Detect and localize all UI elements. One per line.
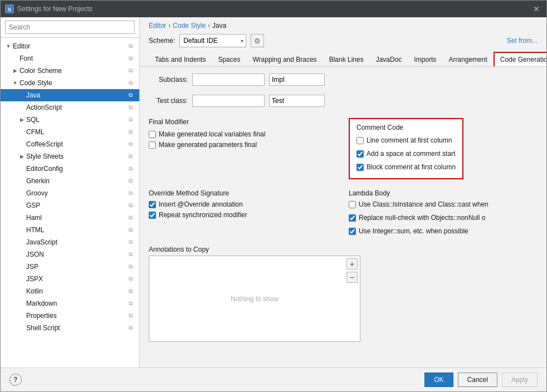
sidebar-tree: ▼ Editor ⧉ ▶ Font ⧉ ▶ Color Scheme ⧉ [1, 38, 139, 367]
checkbox-null-check-label: Replace null-check with Objects::nonNull… [359, 214, 485, 222]
tab-code-generation[interactable]: Code Generation [494, 52, 546, 67]
scheme-select-wrap: Default IDE [179, 34, 246, 47]
sidebar-item-label: Kotlin [26, 287, 126, 295]
annotations-add-button[interactable]: + [346, 258, 358, 270]
checkbox-space-comment-label: Add a space at comment start [367, 150, 455, 158]
sidebar-item-kotlin[interactable]: ▶ Kotlin ⧉ [1, 285, 139, 297]
app-icon: S [5, 4, 14, 13]
subclass-input[interactable] [192, 74, 265, 86]
sidebar-item-code-style[interactable]: ▼ Code Style ⧉ [1, 77, 139, 89]
tab-javadoc[interactable]: JavaDoc [370, 52, 408, 66]
sidebar-item-javascript[interactable]: ▶ JavaScript ⧉ [1, 236, 139, 248]
sidebar-item-label: CoffeeScript [26, 140, 126, 148]
sidebar-item-groovy[interactable]: ▶ Groovy ⧉ [1, 187, 139, 199]
scheme-select[interactable]: Default IDE [179, 34, 246, 47]
tab-wrapping[interactable]: Wrapping and Braces [246, 52, 323, 66]
sidebar-item-jspx[interactable]: ▶ JSPX ⧉ [1, 273, 139, 285]
copy-icon-kotlin: ⧉ [126, 287, 135, 296]
checkbox-params-input[interactable] [149, 141, 156, 149]
sidebar-item-markdown[interactable]: ▶ Markdown ⧉ [1, 297, 139, 310]
checkbox-synchronized-input[interactable] [149, 212, 156, 219]
subclass-suffix-input[interactable] [269, 74, 325, 86]
checkbox-integer-sum-input[interactable] [349, 228, 356, 235]
breadcrumb-code-style[interactable]: Code Style [173, 22, 206, 30]
copy-icon-html: ⧉ [126, 226, 135, 234]
sidebar-item-label: Markdown [26, 300, 126, 307]
sidebar-item-font[interactable]: ▶ Font ⧉ [1, 52, 139, 65]
sidebar-item-coffeescript[interactable]: ▶ CoffeeScript ⧉ [1, 138, 139, 150]
sidebar-item-editor[interactable]: ▼ Editor ⧉ [1, 40, 139, 52]
final-modifier-section: Final Modifier Make generated local vari… [149, 118, 338, 179]
checkbox-override-input[interactable] [149, 201, 156, 208]
sidebar-item-shell-script[interactable]: ▶ Shell Script ⧉ [1, 322, 139, 334]
sidebar-item-gsp[interactable]: ▶ GSP ⧉ [1, 199, 139, 212]
checkbox-null-check-input[interactable] [349, 214, 356, 222]
sidebar-item-properties[interactable]: ▶ Properties ⧉ [1, 310, 139, 322]
checkbox-line-comment-label: Line comment at first column [367, 136, 452, 144]
sidebar-item-json[interactable]: ▶ JSON ⧉ [1, 248, 139, 261]
comment-code-title: Comment Code [356, 124, 456, 131]
help-button[interactable]: ? [9, 374, 22, 386]
test-class-label: Test class: [149, 97, 188, 105]
checkbox-params-label: Make generated parameters final [159, 141, 257, 149]
subclass-row: Subclass: [149, 74, 325, 86]
copy-icon-shell-script: ⧉ [126, 324, 135, 332]
ok-button[interactable]: OK [424, 373, 453, 387]
sidebar-item-gherkin[interactable]: ▶ Gherkin ⧉ [1, 175, 139, 187]
checkbox-isinstance-input[interactable] [349, 201, 356, 208]
test-class-input[interactable] [192, 95, 265, 107]
checkbox-integer-sum-label: Use Integer::sum, etc. when possible [359, 227, 468, 235]
sidebar-item-label: Code Style [19, 79, 126, 87]
sidebar: ▼ Editor ⧉ ▶ Font ⧉ ▶ Color Scheme ⧉ [1, 17, 140, 367]
sidebar-item-jsp[interactable]: ▶ JSP ⧉ [1, 261, 139, 273]
final-modifier-options: Make generated local variables final Mak… [149, 130, 338, 149]
test-class-suffix-input[interactable] [269, 95, 325, 107]
footer-left: ? [9, 374, 22, 386]
sidebar-item-actionscript[interactable]: ▶ ActionScript ⧉ [1, 101, 139, 114]
scheme-gear-button[interactable]: ⚙ [251, 34, 264, 47]
lambda-options: Use Class::isInstance and Class::cast wh… [349, 200, 538, 238]
tab-arrangement[interactable]: Arrangement [442, 52, 493, 66]
sidebar-item-label: SQL [26, 116, 126, 124]
set-from-link[interactable]: Set from... [507, 37, 538, 45]
checkbox-override-label: Insert @Override annotation [159, 200, 243, 208]
checkbox-line-comment-input[interactable] [356, 137, 364, 144]
dialog-footer: ? OK Cancel Apply [1, 367, 546, 391]
expand-arrow-style-sheets: ▶ [18, 153, 25, 160]
svg-text:S: S [8, 7, 11, 12]
checkbox-synchronized: Repeat synchronized modifier [149, 211, 338, 219]
close-button[interactable]: ✕ [531, 3, 542, 14]
sidebar-item-label: Groovy [26, 189, 126, 197]
copy-icon-properties: ⧉ [126, 311, 135, 320]
checkbox-local-vars-input[interactable] [149, 131, 156, 138]
checkbox-block-comment-input[interactable] [356, 164, 364, 171]
sidebar-item-style-sheets[interactable]: ▶ Style Sheets ⧉ [1, 150, 139, 163]
tab-imports[interactable]: Imports [408, 52, 442, 66]
tab-tabs-indents[interactable]: Tabs and Indents [149, 52, 212, 66]
sidebar-item-editorconfig[interactable]: ▶ EditorConfig ⧉ [1, 163, 139, 175]
sidebar-item-cfml[interactable]: ▶ CFML ⧉ [1, 126, 139, 138]
sidebar-item-label: Editor [13, 42, 126, 50]
sidebar-item-sql[interactable]: ▶ SQL ⧉ [1, 114, 139, 126]
checkbox-integer-sum: Use Integer::sum, etc. when possible [349, 227, 538, 235]
checkbox-space-comment-input[interactable] [356, 150, 364, 158]
sidebar-item-html[interactable]: ▶ HTML ⧉ [1, 224, 139, 236]
sidebar-item-haml[interactable]: ▶ Haml ⧉ [1, 212, 139, 224]
checkbox-params: Make generated parameters final [149, 141, 338, 149]
sidebar-item-java[interactable]: ▶ Java ⧉ [1, 89, 139, 101]
checkbox-block-comment: Block comment at first column [356, 163, 456, 171]
search-input[interactable] [5, 21, 135, 34]
annotations-remove-button[interactable]: − [346, 272, 358, 283]
tab-spaces[interactable]: Spaces [212, 52, 246, 66]
tab-blank-lines[interactable]: Blank Lines [323, 52, 370, 66]
copy-icon-style-sheets: ⧉ [126, 152, 135, 161]
apply-button[interactable]: Apply [502, 373, 538, 387]
final-modifier-title: Final Modifier [149, 118, 338, 126]
cancel-button[interactable]: Cancel [458, 373, 497, 387]
copy-icon-gherkin: ⧉ [126, 177, 135, 185]
breadcrumb-editor[interactable]: Editor [149, 22, 166, 30]
sidebar-item-color-scheme[interactable]: ▶ Color Scheme ⧉ [1, 65, 139, 77]
annotations-empty-text: Nothing to show [231, 295, 279, 303]
checkbox-line-comment: Line comment at first column [356, 136, 456, 144]
copy-icon-json: ⧉ [126, 250, 135, 259]
